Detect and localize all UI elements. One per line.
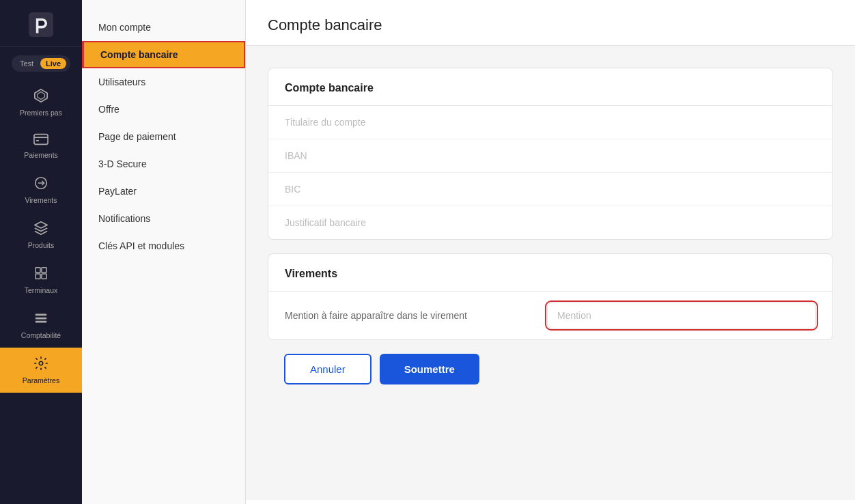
content-area: Compte bancaire Titulaire du compte IBAN… (246, 46, 855, 500)
titulaire-placeholder: Titulaire du compte (285, 117, 366, 128)
bic-row: BIC (268, 173, 832, 206)
virements-card-title: Virements (268, 254, 832, 292)
paiements-label: Paiements (24, 151, 58, 159)
terminaux-label: Terminaux (25, 286, 57, 294)
premiers-pas-icon (33, 88, 48, 105)
svg-rect-12 (36, 318, 47, 320)
compte-bancaire-card: Compte bancaire Titulaire du compte IBAN… (268, 68, 833, 240)
sidebar-item-comptabilite[interactable]: Comptabilité (0, 303, 82, 348)
justificatif-row: Justificatif bancaire (268, 206, 832, 239)
secondary-item-notifications[interactable]: Notifications (82, 205, 245, 232)
sidebar: Test Live Premiers pas Paiements Viremen… (0, 0, 82, 504)
secondary-sidebar: Mon compte Compte bancaire Utilisateurs … (82, 0, 246, 504)
mention-input[interactable] (547, 303, 816, 328)
svg-rect-8 (42, 268, 46, 272)
terminaux-icon (33, 266, 48, 283)
svg-rect-10 (42, 274, 46, 279)
iban-placeholder: IBAN (285, 150, 307, 161)
virements-label: Virements (25, 196, 57, 204)
mention-label: Mention à faire apparaître dans le virem… (285, 310, 533, 321)
svg-point-14 (39, 361, 43, 365)
svg-rect-5 (36, 140, 40, 141)
action-buttons: Annuler Soumettre (268, 354, 833, 401)
sidebar-item-paiements[interactable]: Paiements (0, 125, 82, 167)
premiers-pas-label: Premiers pas (20, 109, 62, 117)
produits-label: Produits (28, 241, 55, 249)
parametres-label: Paramètres (23, 376, 59, 384)
iban-row: IBAN (268, 139, 832, 173)
justificatif-placeholder: Justificatif bancaire (285, 217, 366, 228)
sidebar-item-terminaux[interactable]: Terminaux (0, 257, 82, 303)
cancel-button[interactable]: Annuler (284, 354, 372, 384)
svg-rect-7 (36, 268, 40, 272)
page-title: Compte bancaire (268, 16, 833, 34)
secondary-item-cles-api[interactable]: Clés API et modules (82, 232, 245, 260)
sidebar-item-virements[interactable]: Virements (0, 167, 82, 212)
virements-icon (33, 176, 48, 193)
svg-rect-11 (36, 314, 47, 316)
main-content: Compte bancaire Compte bancaire Titulair… (246, 0, 855, 504)
secondary-item-utilisateurs[interactable]: Utilisateurs (82, 68, 245, 96)
titulaire-row: Titulaire du compte (268, 106, 832, 139)
sidebar-item-premiers-pas[interactable]: Premiers pas (0, 80, 82, 125)
env-toggle[interactable]: Test Live (12, 55, 70, 72)
sidebar-item-produits[interactable]: Produits (0, 212, 82, 257)
parametres-icon (33, 356, 48, 373)
logo (0, 0, 82, 47)
svg-marker-2 (38, 92, 45, 100)
svg-rect-3 (34, 135, 48, 145)
secondary-item-offre[interactable]: Offre (82, 96, 245, 123)
paiements-icon (33, 133, 48, 148)
secondary-item-mon-compte[interactable]: Mon compte (82, 14, 245, 41)
env-test-label: Test (16, 58, 38, 69)
secondary-item-paylater[interactable]: PayLater (82, 178, 245, 205)
mention-row: Mention à faire apparaître dans le virem… (268, 292, 832, 339)
svg-marker-1 (35, 89, 47, 102)
env-live-label[interactable]: Live (40, 58, 66, 69)
compte-bancaire-card-title: Compte bancaire (268, 68, 832, 106)
comptabilite-icon (33, 311, 48, 328)
virements-card: Virements Mention à faire apparaître dan… (268, 253, 833, 340)
submit-button[interactable]: Soumettre (380, 354, 479, 384)
svg-rect-9 (36, 274, 40, 279)
comptabilite-label: Comptabilité (21, 331, 61, 339)
produits-icon (33, 221, 48, 238)
secondary-item-3d-secure[interactable]: 3-D Secure (82, 150, 245, 178)
svg-rect-13 (36, 321, 47, 323)
secondary-item-page-paiement[interactable]: Page de paiement (82, 123, 245, 150)
page-header: Compte bancaire (246, 0, 855, 46)
sidebar-item-parametres[interactable]: Paramètres (0, 348, 82, 393)
secondary-item-compte-bancaire[interactable]: Compte bancaire (82, 41, 245, 68)
bic-placeholder: BIC (285, 184, 300, 195)
